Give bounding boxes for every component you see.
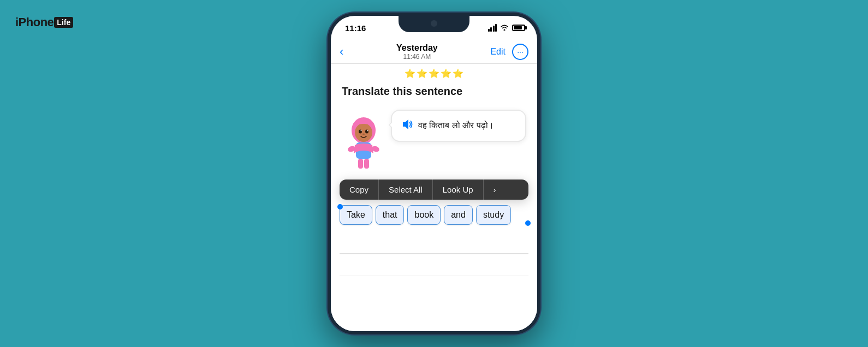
svg-point-3 <box>365 130 368 134</box>
word-tile-book[interactable]: book <box>407 205 441 225</box>
svg-point-2 <box>359 130 362 134</box>
emoji-star-2: ⭐ <box>417 68 427 79</box>
answer-input-area[interactable] <box>340 232 528 254</box>
signal-icon <box>488 24 497 32</box>
content-area: ⭐ ⭐ ⭐ ⭐ ⭐ Translate this sentence <box>331 64 537 331</box>
phone-screen: 11:16 <box>331 16 537 331</box>
character-figure <box>342 115 385 172</box>
nav-right: Edit ··· <box>490 44 528 60</box>
edit-button[interactable]: Edit <box>490 47 506 57</box>
speaker-icon[interactable] <box>401 118 413 133</box>
svg-point-4 <box>361 130 362 131</box>
wifi-icon <box>500 24 509 32</box>
nav-subtitle: 11:46 AM <box>396 53 438 61</box>
status-time: 11:16 <box>345 23 366 33</box>
word-tile-study[interactable]: study <box>476 205 511 225</box>
logo-iphone-text: iPhone <box>15 15 53 29</box>
emoji-decoration-row: ⭐ ⭐ ⭐ ⭐ ⭐ <box>331 64 537 81</box>
selection-handle-right <box>525 220 531 226</box>
front-camera <box>431 20 437 27</box>
word-tile-and[interactable]: and <box>444 205 473 225</box>
copy-menu-item[interactable]: Copy <box>340 180 379 200</box>
hindi-text: वह किताब लो और पढ़ो। <box>418 119 494 131</box>
emoji-star-1: ⭐ <box>405 68 415 79</box>
nav-title: Yesterday <box>396 43 438 53</box>
logo-life-text: Life <box>54 17 73 28</box>
more-menu-item[interactable]: › <box>484 180 506 200</box>
svg-rect-10 <box>358 159 363 169</box>
character-area: वह किताब लो और पढ़ो। <box>331 110 537 172</box>
svg-point-1 <box>355 123 372 142</box>
battery-fill <box>514 26 522 29</box>
select-all-menu-item[interactable]: Select All <box>379 180 433 200</box>
selection-handle-left <box>337 204 343 210</box>
svg-rect-11 <box>364 159 369 169</box>
notch <box>399 16 469 32</box>
ellipsis-icon: ··· <box>517 47 524 56</box>
nav-center: Yesterday 11:46 AM <box>396 43 438 61</box>
word-tile-that[interactable]: that <box>376 205 405 225</box>
look-up-menu-item[interactable]: Look Up <box>433 180 484 200</box>
context-menu: Copy Select All Look Up › <box>340 180 528 200</box>
status-icons <box>488 24 526 32</box>
back-button[interactable]: ‹ <box>340 45 343 59</box>
svg-marker-12 <box>403 119 408 129</box>
svg-point-5 <box>367 130 368 131</box>
iphone-life-logo: iPhone Life <box>15 15 73 29</box>
speech-bubble: वह किताब लो और पढ़ो। <box>391 110 526 142</box>
battery-icon <box>512 25 525 31</box>
svg-point-6 <box>362 134 365 135</box>
instruction-text: Translate this sentence <box>331 81 537 104</box>
bottom-content-area <box>340 260 528 276</box>
more-button[interactable]: ··· <box>512 44 528 60</box>
word-tiles-container: Take that book and study <box>331 200 537 229</box>
word-tile-take[interactable]: Take <box>340 205 372 225</box>
emoji-star-3: ⭐ <box>429 68 439 79</box>
phone-frame: 11:16 <box>328 13 540 334</box>
navigation-bar: ‹ Yesterday 11:46 AM Edit ··· <box>331 40 537 64</box>
emoji-star-4: ⭐ <box>441 68 451 79</box>
emoji-star-5: ⭐ <box>453 68 463 79</box>
